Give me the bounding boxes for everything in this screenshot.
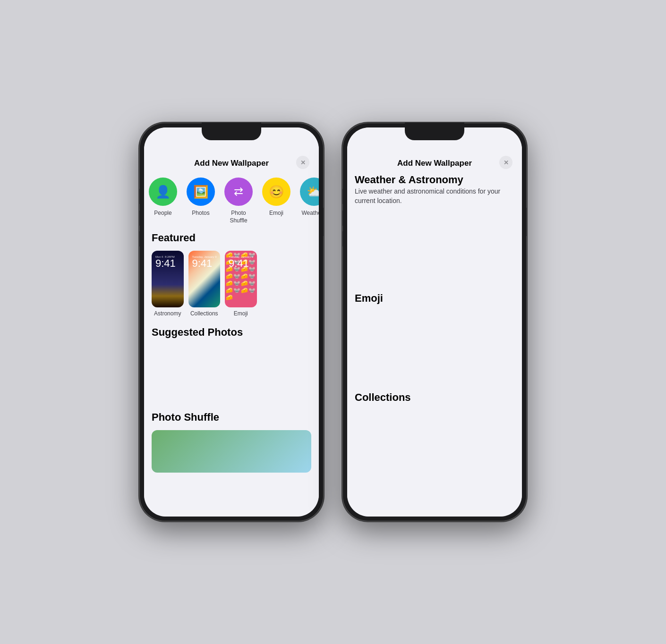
weather-title: Weather & Astronomy xyxy=(355,174,514,186)
collections-grid: Tuesday, January 9 9:41 Tuesday, January… xyxy=(355,410,514,458)
notch-1 xyxy=(202,123,261,140)
photo-shuffle-icon: ⇄ xyxy=(224,178,253,206)
category-row-1: 👤 People 🖼️ Photos ⇄ Photo Shuffle 😊 Emo… xyxy=(144,174,319,232)
emoji-icon: 😊 xyxy=(262,178,290,206)
category-people[interactable]: 👤 People xyxy=(144,178,182,224)
weather-icon: ⛅ xyxy=(300,178,319,206)
category-emoji[interactable]: 😊 Emoji xyxy=(257,178,295,224)
emoji-section-title: Emoji xyxy=(355,292,514,305)
category-photo-shuffle-label: Photo Shuffle xyxy=(230,210,247,224)
featured-card-emoji[interactable]: 🧀🐭🧀🐭🧀 🐭🧀🐭🧀🐭 🧀🐭🧀🐭🧀 🐭🧀🐭🧀🐭 🧀🐭🧀🐭🧀 Tuesday, J… xyxy=(225,251,257,317)
suggested-title: Suggested Photos xyxy=(152,326,311,339)
notch-2 xyxy=(405,123,464,140)
featured-card-astronomy[interactable]: Mon 6 8:28PM 9:41 Astronomy xyxy=(152,251,184,317)
emoji-thumb: 🧀🐭🧀🐭🧀 🐭🧀🐭🧀🐭 🧀🐭🧀🐭🧀 🐭🧀🐭🧀🐭 🧀🐭🧀🐭🧀 Tuesday, J… xyxy=(225,251,257,307)
emoji-section-right: Emoji ✈️☁️✈️☁️✈️ ☁️✈️☁️✈️☁️ ✈️☁️✈️☁️✈️ ☁… xyxy=(347,292,522,391)
photo-shuffle-grid xyxy=(152,430,311,473)
astronomy-time-overlay: Mon 6 8:28PM 9:41 xyxy=(155,255,176,269)
category-emoji-label: Emoji xyxy=(269,210,283,217)
sheet-header-1: Add New Wallpaper ✕ xyxy=(144,151,319,174)
sheet-2[interactable]: Add New Wallpaper ✕ Weather & Astronomy … xyxy=(347,127,522,517)
close-button-2[interactable]: ✕ xyxy=(499,156,512,169)
weather-grid: Mon 6 8:28PM 9:41 ☀️ Sunny Tuesday, Janu… xyxy=(355,212,514,283)
weather-subtitle: Live weather and astronomical conditions… xyxy=(355,187,514,205)
category-people-label: People xyxy=(154,210,171,217)
phone-1: Add New Wallpaper ✕ 👤 People 🖼️ Photos ⇄… xyxy=(139,123,324,521)
collections-title: Collections xyxy=(355,391,514,404)
sheet-header-2: Add New Wallpaper ✕ xyxy=(347,151,522,174)
astronomy-label: Astronomy xyxy=(152,310,184,317)
collections-time-overlay: Tuesday, January 9 9:41 xyxy=(192,255,217,269)
collections-label: Collections xyxy=(188,310,221,317)
photo-shuffle-thumb-1[interactable] xyxy=(152,430,311,473)
featured-title: Featured xyxy=(152,232,311,244)
weather-section: Weather & Astronomy Live weather and ast… xyxy=(347,174,522,292)
phone-2: Add New Wallpaper ✕ Weather & Astronomy … xyxy=(342,123,527,521)
emoji-grid-right: ✈️☁️✈️☁️✈️ ☁️✈️☁️✈️☁️ ✈️☁️✈️☁️✈️ ☁️✈️☁️✈… xyxy=(355,311,514,382)
photo-shuffle-title: Photo Shuffle xyxy=(152,411,311,424)
sheet-title-2: Add New Wallpaper xyxy=(397,159,472,168)
collections-section-right: Collections Tuesday, January 9 9:41 xyxy=(347,391,522,467)
featured-grid: Mon 6 8:28PM 9:41 Astronomy Tuesday, Jan… xyxy=(152,251,311,317)
category-weather[interactable]: ⛅ Weathe… xyxy=(295,178,319,224)
collections-thumb: Tuesday, January 9 9:41 xyxy=(188,251,221,307)
category-photo-shuffle[interactable]: ⇄ Photo Shuffle xyxy=(220,178,257,224)
suggested-section: Suggested Photos Tuesday, January 9 9:41… xyxy=(144,326,319,411)
category-photos[interactable]: 🖼️ Photos xyxy=(182,178,220,224)
screen-2: Add New Wallpaper ✕ Weather & Astronomy … xyxy=(347,127,522,517)
sheet-1[interactable]: Add New Wallpaper ✕ 👤 People 🖼️ Photos ⇄… xyxy=(144,127,319,517)
category-weather-label: Weathe… xyxy=(301,210,319,217)
photos-icon: 🖼️ xyxy=(187,178,215,206)
suggested-grid: Tuesday, January 9 9:41 🐱 Tuesday, Janua… xyxy=(152,345,311,402)
close-button-1[interactable]: ✕ xyxy=(296,156,309,169)
sheet-title-1: Add New Wallpaper xyxy=(194,159,269,168)
people-icon: 👤 xyxy=(149,178,177,206)
screen-1: Add New Wallpaper ✕ 👤 People 🖼️ Photos ⇄… xyxy=(144,127,319,517)
photo-shuffle-section: Photo Shuffle xyxy=(144,411,319,482)
astronomy-thumb: Mon 6 8:28PM 9:41 xyxy=(152,251,184,307)
category-photos-label: Photos xyxy=(192,210,209,217)
emoji-time-overlay: Tuesday, January 9 9:41 xyxy=(229,255,253,269)
featured-section: Featured Mon 6 8:28PM 9:41 Astronomy xyxy=(144,232,319,326)
emoji-label: Emoji xyxy=(225,310,257,317)
featured-card-collections[interactable]: Tuesday, January 9 9:41 Collections xyxy=(188,251,221,317)
